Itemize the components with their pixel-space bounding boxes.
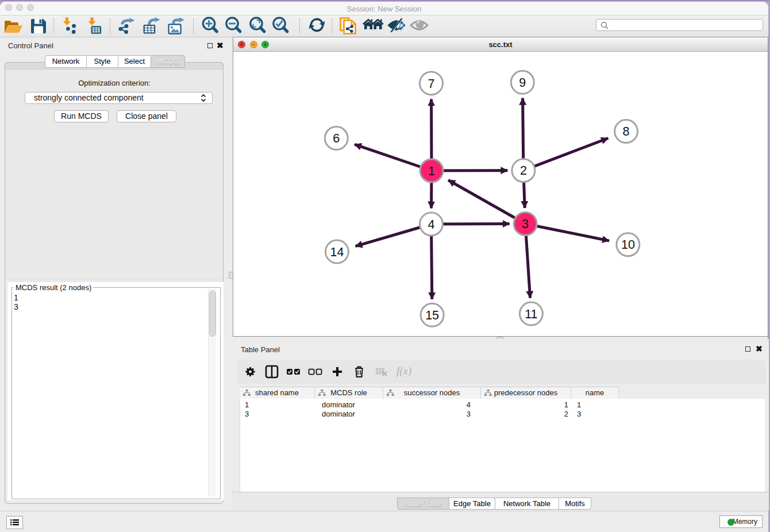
svg-text:10: 10 — [621, 238, 635, 252]
svg-text:11: 11 — [525, 307, 537, 321]
svg-text:2: 2 — [520, 164, 527, 178]
svg-text:3: 3 — [522, 217, 529, 231]
svg-text:4: 4 — [428, 218, 435, 232]
svg-text:15: 15 — [425, 309, 439, 322]
svg-text:14: 14 — [330, 245, 344, 259]
svg-text:1: 1 — [428, 164, 435, 178]
svg-text:8: 8 — [623, 125, 630, 138]
svg-text:9: 9 — [519, 76, 526, 90]
svg-text:6: 6 — [333, 132, 340, 145]
svg-text:7: 7 — [428, 77, 435, 91]
